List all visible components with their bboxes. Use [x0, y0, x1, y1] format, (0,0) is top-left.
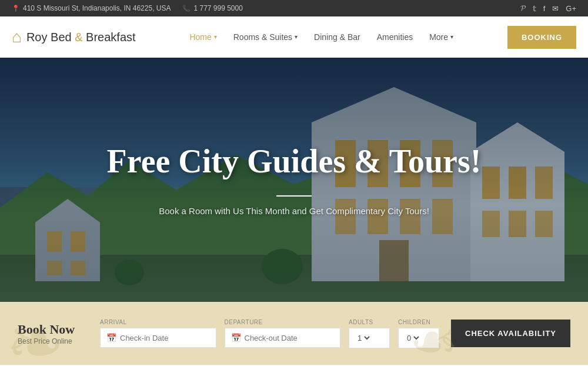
nav-amenities[interactable]: Amenities [369, 16, 421, 58]
hero-content: Free City Guides & Tours! Book a Room wi… [0, 58, 588, 302]
departure-input[interactable] [245, 334, 335, 342]
phone-item: 📞 1 777 999 5000 [182, 4, 242, 12]
nav-dining[interactable]: Dining & Bar [306, 16, 369, 58]
address-item: 📍 410 S Missouri St, Indianapolis, IN 46… [12, 4, 171, 12]
adults-label: ADULTS [349, 319, 390, 325]
adults-field-group: ADULTS 1 2 3 4 [349, 319, 390, 348]
departure-field-group: DEPARTURE 📅 [225, 319, 341, 348]
check-availability-button[interactable]: CHECK AVAILABILITY [451, 320, 570, 347]
children-select[interactable]: 0 1 2 3 [405, 333, 421, 343]
arrival-field-group: ARRIVAL 📅 [100, 319, 216, 348]
pinterest-icon[interactable]: 𝓟 [520, 4, 526, 13]
top-bar: 📍 410 S Missouri St, Indianapolis, IN 46… [0, 0, 588, 16]
hero-title: Free City Guides & Tours! [107, 144, 482, 180]
nav-menu: Home ▾ Rooms & Suites ▾ Dining & Bar Ame… [181, 16, 462, 58]
email-icon[interactable]: ✉ [552, 4, 559, 13]
arrival-input-wrapper[interactable]: 📅 [100, 328, 216, 348]
address-text: 410 S Missouri St, Indianapolis, IN 4622… [23, 4, 171, 12]
navbar: ⌂ Roy Bed & Breakfast Home ▾ Rooms & Sui… [0, 16, 588, 58]
phone-icon: 📞 [182, 5, 191, 12]
adults-select[interactable]: 1 2 3 4 [355, 333, 372, 343]
children-field-group: CHILDREN 0 1 2 3 [398, 319, 439, 348]
social-icons: 𝓟 𝕥 f ✉ G+ [520, 4, 576, 13]
book-now-title: Book Now [18, 322, 88, 337]
nav-more[interactable]: More ▾ [421, 16, 462, 58]
arrival-calendar-icon: 📅 [106, 333, 116, 342]
book-now-subtitle: Best Price Online [18, 337, 88, 345]
book-now-label: Book Now Best Price Online [18, 322, 88, 345]
departure-input-wrapper[interactable]: 📅 [225, 328, 341, 348]
googleplus-icon[interactable]: G+ [566, 4, 576, 13]
more-chevron-icon: ▾ [450, 16, 453, 58]
logo[interactable]: ⌂ Roy Bed & Breakfast [12, 28, 136, 46]
hero-subtitle: Book a Room with Us This Month and Get C… [159, 206, 429, 216]
twitter-icon[interactable]: 𝕥 [533, 4, 536, 13]
address-icon: 📍 [12, 5, 20, 12]
nav-rooms[interactable]: Rooms & Suites ▾ [225, 16, 306, 58]
booking-fields: ARRIVAL 📅 DEPARTURE 📅 ADULTS 1 2 3 4 [100, 319, 439, 348]
facebook-icon[interactable]: f [543, 4, 546, 13]
arrival-input[interactable] [120, 334, 210, 342]
top-bar-contact: 📍 410 S Missouri St, Indianapolis, IN 46… [12, 4, 243, 12]
hero-divider [276, 195, 312, 197]
nav-home[interactable]: Home ▾ [181, 16, 225, 58]
home-chevron-icon: ▾ [214, 16, 217, 58]
logo-text: Roy Bed & Breakfast [26, 31, 136, 44]
hero-section: Free City Guides & Tours! Book a Room wi… [0, 58, 588, 302]
children-label: CHILDREN [398, 319, 439, 325]
departure-calendar-icon: 📅 [231, 333, 241, 342]
booking-button[interactable]: BOOKING [507, 26, 576, 49]
children-select-wrapper[interactable]: 0 1 2 3 [398, 328, 439, 348]
booking-bar: Book Now Best Price Online ARRIVAL 📅 DEP… [0, 302, 588, 365]
phone-text: 1 777 999 5000 [193, 4, 242, 12]
arrival-label: ARRIVAL [100, 319, 216, 325]
adults-select-wrapper[interactable]: 1 2 3 4 [349, 328, 390, 348]
departure-label: DEPARTURE [225, 319, 341, 325]
rooms-chevron-icon: ▾ [295, 16, 298, 58]
logo-house-icon: ⌂ [12, 28, 22, 46]
